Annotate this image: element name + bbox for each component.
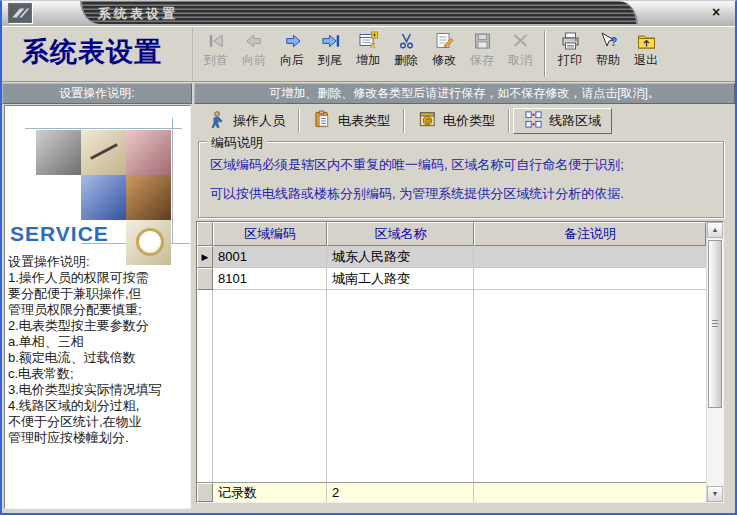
toolbar-button-label: 退出 (627, 53, 665, 68)
toolbar-button-cancel: 取消 (501, 29, 539, 79)
main-header-message: 可增加、删除、修改各类型后请进行保存，如不保存修改，请点击[取消]。 (194, 83, 735, 104)
svg-text:?: ? (610, 35, 617, 49)
tab-price-type[interactable]: @电价类型 (408, 108, 505, 134)
row-selector-filler (197, 290, 213, 482)
instruction-line: 2.电表类型按主要参数分 (8, 318, 190, 334)
delete-icon (387, 29, 425, 53)
photo-tile-keyboard (81, 175, 126, 220)
price-type-icon: @ (418, 110, 437, 132)
cell-code[interactable]: 8101 (213, 268, 327, 290)
main-panel: 操作人员电表类型@电价类型线路区域 编码说明 区域编码必须是辖区内不重复的唯一编… (193, 104, 735, 509)
save-icon (463, 29, 501, 53)
page-title: 系统表设置 (2, 27, 193, 81)
photo-tile-pencils (126, 130, 171, 175)
toolbar-button-label: 向前 (235, 53, 273, 68)
toolbar-button-edit[interactable]: 修改 (425, 29, 463, 79)
toolbar-button-first: 到首 (197, 29, 235, 79)
instruction-line: c.电表常数; (8, 366, 190, 382)
column-header[interactable]: 区域编码 (213, 222, 327, 246)
title-bar: 系统表设置 × (2, 1, 735, 26)
table-footer-row: 记录数 2 (197, 482, 706, 502)
scroll-down-button[interactable]: ▼ (707, 486, 723, 502)
table-row[interactable]: 8101城南工人路变 (197, 268, 706, 290)
watch-face (136, 228, 164, 256)
cell-name[interactable]: 城东人民路变 (327, 246, 474, 268)
toolbar-button-label: 增加 (349, 53, 387, 68)
photo-tile-pen (81, 130, 126, 175)
toolbar-button-help[interactable]: ?帮助 (589, 29, 627, 79)
tab-label: 线路区域 (549, 112, 601, 130)
cancel-icon (501, 29, 539, 53)
toolbar-button-label: 删除 (387, 53, 425, 68)
record-count-label: 记录数 (213, 483, 327, 502)
pen-shape (90, 143, 118, 160)
tab-meter-type[interactable]: 电表类型 (303, 108, 400, 134)
column-header[interactable]: 备注说明 (474, 222, 706, 246)
decor-line (172, 118, 173, 244)
toolbar-button-save: 保存 (463, 29, 501, 79)
window-title: 系统表设置 (98, 5, 178, 23)
instruction-line: 1.操作人员的权限可按需 (8, 270, 190, 286)
toolbar-button-last[interactable]: 到尾 (311, 29, 349, 79)
toolbar-button-next[interactable]: 向后 (273, 29, 311, 79)
tab-separator (508, 109, 510, 133)
scrollbar-thumb[interactable] (708, 240, 722, 408)
tab-label: 操作人员 (233, 112, 285, 130)
toolbar-button-label: 到尾 (311, 53, 349, 68)
instruction-line: b.额定电流、过载倍数 (8, 350, 190, 366)
record-count-value: 2 (327, 483, 474, 502)
app-window: 系统表设置 × 系统表设置 到首向前向后到尾增加删除修改保存取消打印?帮助退出 … (0, 0, 737, 515)
decor-line (25, 128, 182, 129)
tab-label: 电价类型 (443, 112, 495, 130)
toolbar-button-add[interactable]: 增加 (349, 29, 387, 79)
meter-type-icon (313, 110, 332, 132)
toolbar-button-label: 到首 (197, 53, 235, 68)
groupbox-line-2: 可以按供电线路或楼栋分别编码, 为管理系统提供分区域统计分析的依据. (210, 185, 723, 203)
last-icon (311, 29, 349, 53)
svg-text:@: @ (424, 117, 431, 124)
table-row[interactable]: ▶8001城东人民路变 (197, 246, 706, 268)
cell-code[interactable]: 8001 (213, 246, 327, 268)
instruction-line: 要分配便于兼职操作,但 (8, 286, 190, 302)
toolbar-button-label: 打印 (551, 53, 589, 68)
current-row-marker[interactable]: ▶ (197, 246, 213, 268)
tab-row: 操作人员电表类型@电价类型线路区域 (198, 106, 612, 136)
toolbar-button-print[interactable]: 打印 (551, 29, 589, 79)
tab-separator (298, 109, 300, 133)
toolbar-button-delete[interactable]: 删除 (387, 29, 425, 79)
toolbar-separator (544, 31, 546, 77)
cell-name[interactable]: 城南工人路变 (327, 268, 474, 290)
scroll-up-button[interactable]: ▲ (707, 222, 723, 238)
close-button[interactable]: × (707, 3, 725, 21)
add-icon (349, 29, 387, 53)
region-icon (524, 110, 543, 132)
instruction-line: 4.线路区域的划分过粗, (8, 398, 190, 414)
cell-note[interactable] (474, 268, 706, 290)
toolbar: 系统表设置 到首向前向后到尾增加删除修改保存取消打印?帮助退出 (2, 26, 735, 82)
toolbar-button-label: 帮助 (589, 53, 627, 68)
selector-column-header (197, 222, 213, 246)
vertical-scrollbar[interactable]: ▲ ▼ (706, 222, 723, 502)
exit-icon (627, 29, 665, 53)
coding-note-groupbox: 编码说明 区域编码必须是辖区内不重复的唯一编码, 区域名称可自行命名便于识别; … (198, 141, 724, 218)
toolbar-buttons: 到首向前向后到尾增加删除修改保存取消打印?帮助退出 (193, 27, 665, 81)
row-selector-cell[interactable] (197, 268, 213, 290)
footer-selector-cell (197, 483, 213, 502)
table-header-row: 区域编码区域名称备注说明 (197, 222, 706, 246)
edit-icon (425, 29, 463, 53)
toolbar-button-label: 向后 (273, 53, 311, 68)
groupbox-line-1: 区域编码必须是辖区内不重复的唯一编码, 区域名称可自行命名便于识别; (210, 156, 723, 174)
prev-icon (235, 29, 273, 53)
tab-region[interactable]: 线路区域 (513, 108, 612, 134)
cell-note[interactable] (474, 246, 706, 268)
column-header[interactable]: 区域名称 (327, 222, 474, 246)
tab-operator[interactable]: 操作人员 (198, 108, 295, 134)
tab-label: 电表类型 (338, 112, 390, 130)
sidebar-header: 设置操作说明: (2, 83, 192, 104)
groupbox-title: 编码说明 (207, 134, 267, 152)
help-icon: ? (589, 29, 627, 53)
toolbar-button-exit[interactable]: 退出 (627, 29, 665, 79)
next-icon (273, 29, 311, 53)
instruction-line: 不便于分区统计,在物业 (8, 414, 190, 430)
toolbar-button-label: 修改 (425, 53, 463, 68)
